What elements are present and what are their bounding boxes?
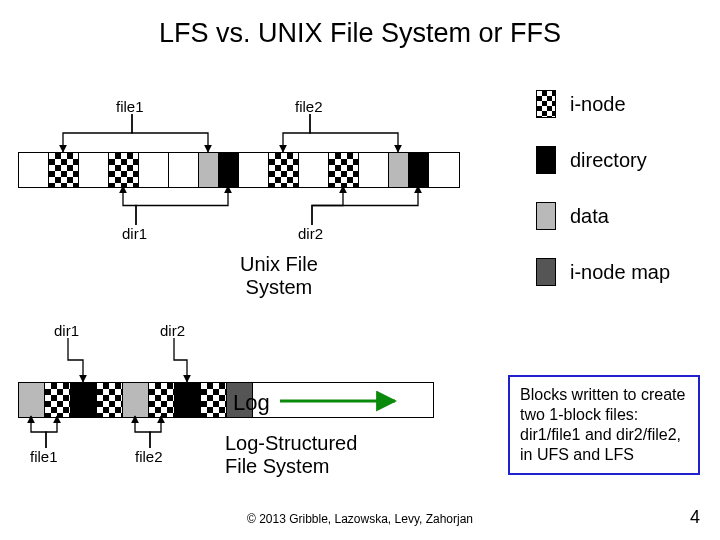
legend: i-node directory data i-node map <box>536 90 670 314</box>
ufs-label-dir1: dir1 <box>122 225 147 242</box>
page-number: 4 <box>690 507 700 528</box>
swatch-inode-icon <box>536 90 556 118</box>
copyright: © 2013 Gribble, Lazowska, Levy, Zahorjan <box>0 512 720 526</box>
log-label: Log <box>233 390 270 416</box>
lfs-label-file2: file2 <box>135 448 163 465</box>
ufs-block <box>19 153 49 187</box>
lfs-block <box>201 383 227 417</box>
lfs-block <box>175 383 201 417</box>
legend-inodemap: i-node map <box>570 261 670 284</box>
ufs-block <box>79 153 109 187</box>
ufs-block-row <box>18 152 460 188</box>
lfs-block <box>97 383 123 417</box>
ufs-block <box>239 153 269 187</box>
ufs-block <box>359 153 389 187</box>
lfs-label-dir2: dir2 <box>160 322 185 339</box>
ufs-block <box>199 153 219 187</box>
lfs-block <box>149 383 175 417</box>
ufs-block <box>109 153 139 187</box>
ufs-label-file2: file2 <box>295 98 323 115</box>
swatch-directory-icon <box>536 146 556 174</box>
swatch-data-icon <box>536 202 556 230</box>
ufs-block <box>429 153 459 187</box>
caption-unix: Unix File System <box>240 253 318 299</box>
legend-inode: i-node <box>570 93 626 116</box>
info-note: Blocks written to create two 1-block fil… <box>508 375 700 475</box>
ufs-label-file1: file1 <box>116 98 144 115</box>
ufs-block <box>219 153 239 187</box>
lfs-label-file1: file1 <box>30 448 58 465</box>
ufs-block <box>329 153 359 187</box>
ufs-block <box>169 153 199 187</box>
ufs-block <box>49 153 79 187</box>
lfs-block <box>45 383 71 417</box>
lfs-block <box>71 383 97 417</box>
lfs-block <box>123 383 149 417</box>
swatch-inodemap-icon <box>536 258 556 286</box>
legend-data: data <box>570 205 609 228</box>
ufs-block <box>139 153 169 187</box>
ufs-block <box>389 153 409 187</box>
legend-directory: directory <box>570 149 647 172</box>
ufs-block <box>269 153 299 187</box>
lfs-block <box>19 383 45 417</box>
lfs-log-tail <box>253 383 433 417</box>
ufs-block <box>409 153 429 187</box>
caption-lfs: Log-Structured File System <box>225 432 357 478</box>
slide-title: LFS vs. UNIX File System or FFS <box>0 0 720 49</box>
lfs-block-row <box>18 382 434 418</box>
ufs-block <box>299 153 329 187</box>
ufs-label-dir2: dir2 <box>298 225 323 242</box>
lfs-label-dir1: dir1 <box>54 322 79 339</box>
